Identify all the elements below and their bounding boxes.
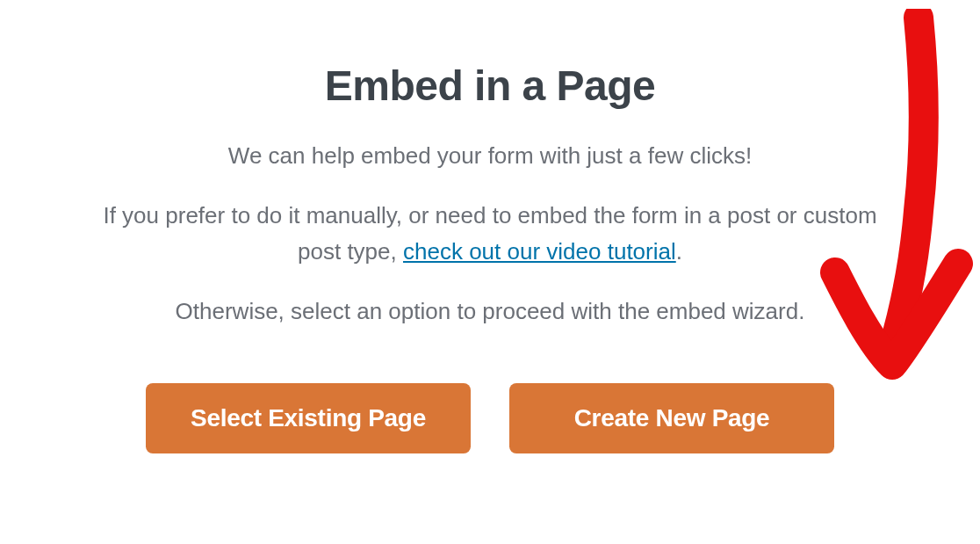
embed-modal: Embed in a Page We can help embed your f…	[0, 0, 980, 489]
video-tutorial-link[interactable]: check out our video tutorial	[403, 238, 676, 265]
button-row: Select Existing Page Create New Page	[88, 383, 892, 453]
modal-manual-text: If you prefer to do it manually, or need…	[88, 198, 892, 269]
create-new-page-button[interactable]: Create New Page	[509, 383, 834, 453]
modal-manual-suffix: .	[676, 238, 682, 265]
modal-title: Embed in a Page	[88, 62, 892, 110]
select-existing-page-button[interactable]: Select Existing Page	[146, 383, 471, 453]
modal-intro-text: We can help embed your form with just a …	[88, 138, 892, 173]
modal-wizard-text: Otherwise, select an option to proceed w…	[88, 294, 892, 329]
